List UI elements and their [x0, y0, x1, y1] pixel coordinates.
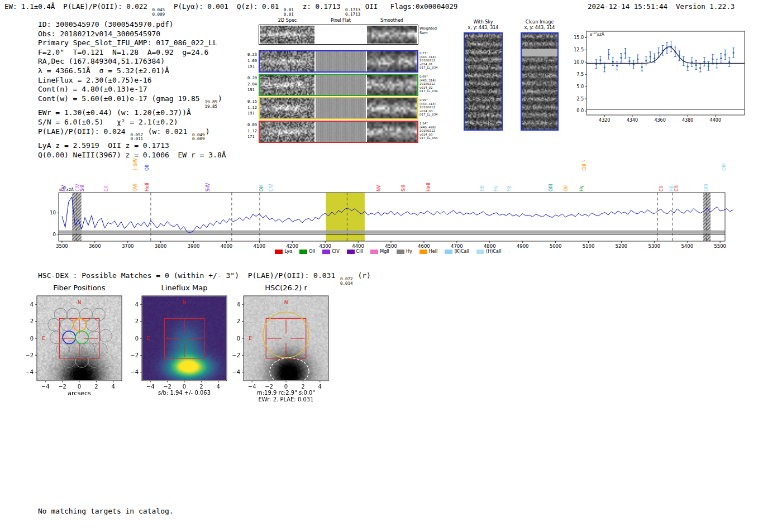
y-tick-label: 2 — [30, 318, 34, 324]
y-tick-label: 0 — [53, 232, 56, 237]
info-line: F=2.0" T=0.121 N=1.28 A=0.92 g=24.6 — [38, 48, 226, 57]
y-tick-label: 0 — [135, 336, 139, 342]
cutout-left-value: 191 — [247, 111, 257, 117]
legend-item: CIV — [322, 249, 339, 254]
weighted-2dspec-image — [260, 26, 314, 44]
x-tick-label: −4 — [146, 384, 155, 390]
data-point — [645, 60, 647, 61]
cutout-annotation-line: 20180212 — [419, 82, 438, 86]
line-legend: LyαOIICIVCIIIMgIIHγHeII(K)CaII(H)CaII — [45, 249, 732, 254]
emission-line-label: SiIV — [206, 183, 211, 191]
data-point — [620, 57, 622, 59]
legend-swatch — [347, 250, 355, 254]
cutout-annotation-line: v014_03 — [419, 109, 438, 113]
fiber-circle — [75, 355, 88, 368]
x-tick-label: 4340 — [627, 118, 638, 123]
y-tick-label: 0.0 — [576, 108, 584, 113]
cutout-left-value: 191 — [247, 64, 257, 70]
data-point — [708, 65, 709, 67]
cutout-annotation-line: (443, 314) — [419, 102, 438, 106]
emission-line-label: CII — [104, 186, 109, 191]
fiber-circle — [82, 343, 95, 356]
y-tick-label: −4 — [232, 369, 240, 375]
emission-line-label: SiII — [80, 185, 85, 191]
data-point — [695, 64, 697, 66]
limits-stack: 0.010.01 — [284, 8, 294, 17]
data-point — [699, 67, 701, 69]
emission-line-label: HeII — [426, 183, 431, 191]
cutout-smoothed-image — [367, 122, 417, 142]
limits-stack: 0.0490.009 — [192, 133, 205, 142]
clean-image — [521, 32, 559, 131]
cutout-left-value: 2.04 — [247, 82, 257, 88]
y-tick-label: −4 — [130, 369, 139, 375]
cutout-annotation-line: 0.69" — [419, 75, 438, 79]
cutout-annotation-line: 20180212 — [419, 129, 438, 133]
x-tick-label: −4 — [248, 384, 256, 390]
info-line: ID: 3000545970 (3000545970.pdf) — [38, 20, 226, 30]
timestamp-version: 2024-12-14 15:51:44 Version 1.22.3 — [588, 2, 735, 11]
x-tick-label: 4 — [318, 384, 322, 390]
emission-line-label: OII — [259, 185, 264, 191]
emission-line-label: OII — [145, 165, 150, 171]
legend-swatch — [476, 250, 484, 254]
x-tick-label: 4900 — [517, 243, 529, 249]
fiber-circle — [88, 355, 101, 368]
panel-caption: EWr: 2. PLAE: 0.031 — [232, 396, 340, 402]
cutout-annotation-line: (443, 314) — [419, 55, 438, 59]
x-tick-label: 4500 — [385, 243, 397, 249]
detection-highlight-band — [326, 193, 365, 241]
legend-item: (K)CaII — [445, 249, 469, 254]
data-point — [728, 61, 730, 63]
fiber-circle — [69, 343, 82, 356]
emission-line-label: Hγ — [493, 185, 498, 191]
y-tick-label: 12.5 — [574, 47, 584, 52]
east-label: E — [42, 336, 45, 341]
y-tick-label: 4 — [135, 301, 139, 308]
catalog-note: No matching targets in catalog. Row inte… — [38, 489, 174, 532]
data-point — [608, 54, 609, 55]
cutout-row-annotations: 0.99"(443, 314)20180212v014_03017_LL_034 — [419, 98, 438, 117]
emission-line-label: OIII — [704, 184, 709, 191]
legend-label: Lyα — [284, 249, 292, 254]
data-point — [616, 65, 618, 66]
data-point — [637, 58, 638, 60]
error-band — [59, 231, 725, 234]
cutout-left-value: 191 — [247, 87, 257, 93]
col-header-2dspec: 2D Spec — [260, 18, 314, 23]
summary-topline: EW: 1.1±0.4Å P(LAE)/P(OII): 0.022 0.0450… — [4, 2, 457, 17]
cutout-row-left-values: 0.151.12191 — [247, 99, 257, 117]
legend-label: CIV — [332, 249, 339, 254]
cutout-annotation-line: 0.77" — [419, 51, 438, 55]
x-tick-label: 4200 — [286, 243, 298, 249]
plot-frame — [244, 296, 328, 381]
col-header-smoothed: Smoothed — [367, 18, 417, 23]
emission-line-label: Hγ — [579, 185, 584, 191]
detection-info-block: ID: 3000545970 (3000545970.pdf)Obs: 2018… — [38, 20, 226, 160]
data-point — [733, 52, 735, 54]
y-tick-label: −2 — [232, 352, 240, 358]
fiber-circle — [56, 343, 69, 356]
x-tick-label: 5000 — [550, 243, 562, 249]
cutout-row-annotations: 0.69"(443, 314)20180212v014_02017_LL_034 — [419, 75, 438, 93]
data-point — [712, 58, 713, 60]
x-tick-label: 4800 — [484, 243, 496, 249]
data-point — [720, 57, 722, 59]
x-tick-label: 5400 — [681, 243, 693, 249]
emission-line-label: NV — [376, 185, 382, 191]
legend-label: CIII — [356, 249, 364, 254]
y-tick-label: −2 — [130, 352, 139, 358]
cutout-annotation-line: 017_LL_034 — [419, 66, 438, 70]
info-line: P(LAE)/P(OII): 0.024 0.0570.011 (w: 0.02… — [38, 127, 226, 142]
legend-label: MgII — [380, 249, 389, 254]
withsky-title-text: With Sky — [458, 20, 508, 25]
limits-stack: 0.17130.1713 — [345, 8, 360, 17]
limits-stack: 0.0720.014 — [340, 277, 353, 286]
north-label: N — [284, 300, 288, 305]
x-tick-label: 3500 — [56, 243, 68, 249]
x-tick-label: 4600 — [418, 243, 430, 249]
y-tick-label: −4 — [25, 369, 34, 375]
data-point — [641, 66, 643, 68]
fiber-circle — [99, 329, 112, 342]
withsky-image — [464, 32, 503, 131]
